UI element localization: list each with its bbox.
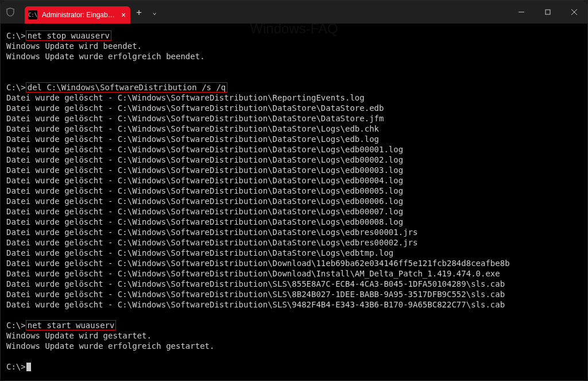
deleted-file-line: Datei wurde gelöscht - C:\Windows\Softwa…	[6, 279, 582, 289]
deleted-file-line: Datei wurde gelöscht - C:\Windows\Softwa…	[6, 206, 582, 217]
output-line: Windows Update wird beendet.	[6, 41, 582, 51]
deleted-file-line: Datei wurde gelöscht - C:\Windows\Softwa…	[6, 103, 582, 113]
window-controls	[508, 1, 587, 24]
cmd-icon: C:\	[28, 10, 37, 20]
text-cursor	[26, 363, 31, 371]
close-button[interactable]	[561, 1, 587, 24]
output-line: Windows Update wird gestartet.	[6, 330, 582, 341]
terminal-window: C:\ Administrator: Eingabeauffor × + ⌄ W…	[0, 0, 588, 381]
deleted-file-line: Datei wurde gelöscht - C:\Windows\Softwa…	[6, 217, 582, 227]
deleted-file-line: Datei wurde gelöscht - C:\Windows\Softwa…	[6, 93, 582, 103]
deleted-file-line: Datei wurde gelöscht - C:\Windows\Softwa…	[6, 134, 582, 144]
deleted-file-line: Datei wurde gelöscht - C:\Windows\Softwa…	[6, 237, 582, 248]
deleted-file-line: Datei wurde gelöscht - C:\Windows\Softwa…	[6, 196, 582, 206]
output-line: Windows Update wurde erfolgreich gestart…	[6, 341, 582, 351]
deleted-file-line: Datei wurde gelöscht - C:\Windows\Softwa…	[6, 186, 582, 196]
command-1: net stop wuauserv	[26, 30, 111, 41]
deleted-file-line: Datei wurde gelöscht - C:\Windows\Softwa…	[6, 268, 582, 279]
new-tab-button[interactable]: +	[130, 1, 148, 24]
tab-close-button[interactable]: ×	[121, 11, 126, 19]
deleted-file-line: Datei wurde gelöscht - C:\Windows\Softwa…	[6, 144, 582, 155]
deleted-file-line: Datei wurde gelöscht - C:\Windows\Softwa…	[6, 124, 582, 134]
deleted-file-line: Datei wurde gelöscht - C:\Windows\Softwa…	[6, 175, 582, 186]
tab-dropdown-button[interactable]: ⌄	[148, 1, 161, 24]
deleted-file-line: Datei wurde gelöscht - C:\Windows\Softwa…	[6, 299, 582, 310]
deleted-file-line: Datei wurde gelöscht - C:\Windows\Softwa…	[6, 227, 582, 237]
command-3: net start wuauserv	[26, 320, 117, 330]
prompt: C:\>	[6, 321, 26, 330]
svg-rect-1	[546, 10, 550, 14]
output-line: Windows Update wurde erfolgreich beendet…	[6, 51, 582, 61]
maximize-button[interactable]	[535, 1, 561, 24]
minimize-button[interactable]	[508, 1, 535, 24]
deleted-file-line: Datei wurde gelöscht - C:\Windows\Softwa…	[6, 289, 582, 299]
tab-title: Administrator: Eingabeauffor	[42, 11, 117, 19]
deleted-file-line: Datei wurde gelöscht - C:\Windows\Softwa…	[6, 258, 582, 268]
prompt: C:\>	[6, 31, 26, 40]
uac-shield-icon	[1, 1, 20, 24]
prompt: C:\>	[6, 362, 26, 371]
titlebar[interactable]: C:\ Administrator: Eingabeauffor × + ⌄	[1, 1, 587, 24]
active-tab[interactable]: C:\ Administrator: Eingabeauffor ×	[25, 6, 130, 24]
terminal-output[interactable]: Windows-FAQ C:\>net stop wuauserv Window…	[1, 24, 587, 380]
deleted-file-line: Datei wurde gelöscht - C:\Windows\Softwa…	[6, 165, 582, 175]
deleted-file-line: Datei wurde gelöscht - C:\Windows\Softwa…	[6, 248, 582, 258]
deleted-file-line: Datei wurde gelöscht - C:\Windows\Softwa…	[6, 155, 582, 165]
deleted-file-line: Datei wurde gelöscht - C:\Windows\Softwa…	[6, 113, 582, 124]
prompt: C:\>	[6, 83, 26, 92]
command-2: del C:\Windows\SoftwareDistribution /s /…	[26, 82, 228, 93]
